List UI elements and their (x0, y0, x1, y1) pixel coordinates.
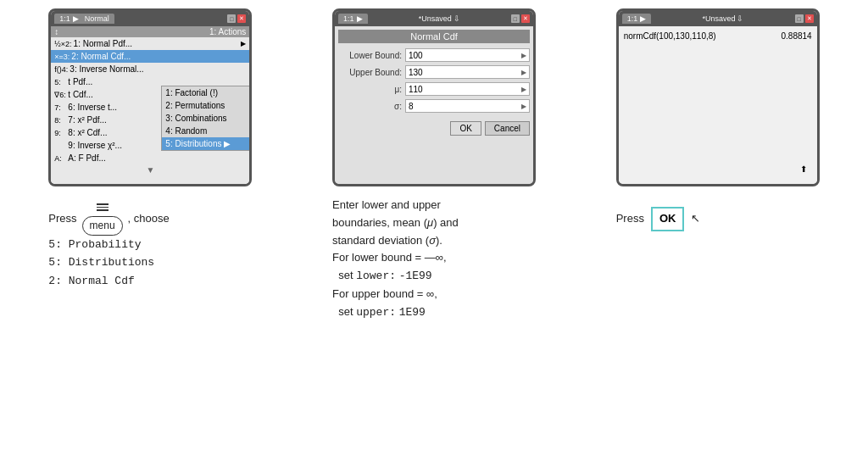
result-expression: normCdf(100,130,110,8) (624, 31, 716, 41)
screen3-header: 1:1 ▶ *Unsaved ⇩ □ ✕ (619, 11, 817, 26)
screen3-tab: 1:1 ▶ (622, 14, 652, 24)
step1-text: 5: Probability (48, 236, 252, 254)
instruction-panel-2: Enter lower and upper boundaries, mean (… (332, 197, 536, 322)
tab-arrow: ▶ (73, 14, 79, 23)
result-value: 0.88814 (782, 31, 812, 41)
screen1-title: Normal (85, 14, 109, 23)
tab3-arrow: ▶ (640, 14, 646, 23)
lines-icon (97, 203, 108, 211)
main-menu-list: ↕ 1: Actions ½×2: 1: Normal Pdf... ▶ ×=3… (51, 26, 249, 184)
instr2-line6: For upper bound = ∞, (332, 286, 536, 303)
tab3-label: 1:1 (627, 14, 638, 23)
lower-mono: lower: (356, 270, 396, 282)
panel-2: 1:1 ▶ *Unsaved ⇩ □ ✕ Normal Cdf Lower Bo… (292, 8, 576, 448)
minimize-btn[interactable]: □ (227, 14, 236, 23)
result-area: normCdf(100,130,110,8) 0.88814 ⬆ (619, 26, 817, 184)
lower-val: -1E99 (399, 270, 432, 282)
upper-val: 1E99 (399, 306, 426, 319)
tab2-label: 1:1 (343, 14, 354, 23)
cursor-icon: ↖ (691, 210, 700, 228)
menu-button[interactable]: menu (82, 216, 123, 236)
instr2-line3: standard deviation (σ). (332, 232, 536, 250)
panel-3: 1:1 ▶ *Unsaved ⇩ □ ✕ normCdf(100,130,110… (576, 8, 860, 448)
menu-item-1[interactable]: ½×2: 1: Normal Pdf... ▶ (51, 37, 249, 50)
instr2-line4: For lower bound = —∞, (332, 249, 536, 267)
menu-item-2-selected[interactable]: ×=3: 2: Normal Cdf... (51, 50, 249, 63)
dialog-buttons: OK Cancel (338, 121, 530, 136)
panel-1: 1:1 ▶ Normal □ ✕ ↕ 1: Actions ½×2: (8, 8, 292, 448)
step2-text: 5: Distributions (48, 253, 252, 272)
mu-label: μ: (338, 85, 402, 94)
upper-mono: upper: (356, 306, 396, 319)
minimize-btn3[interactable]: □ (795, 14, 804, 23)
screen1-body: ↕ 1: Actions ½×2: 1: Normal Pdf... ▶ ×=3… (51, 26, 249, 184)
calculator-screen-1: 1:1 ▶ Normal □ ✕ ↕ 1: Actions ½×2: (48, 8, 252, 186)
instr2-line7: set upper: 1E99 (332, 303, 536, 322)
instruction-panel-1: Press menu , choose 5: Probability (48, 197, 252, 291)
ok-box[interactable]: OK (651, 207, 685, 231)
calculator-screen-3: 1:1 ▶ *Unsaved ⇩ □ ✕ normCdf(100,130,110… (616, 8, 820, 186)
cursor: ⬆ (793, 158, 814, 181)
upper-bound-input[interactable]: 130 ▶ (405, 65, 530, 79)
menu-header-icon: ↕ (54, 27, 58, 36)
mu-row: μ: 110 ▶ (338, 82, 530, 96)
close-btn[interactable]: ✕ (237, 14, 246, 23)
close-btn2[interactable]: ✕ (521, 14, 530, 23)
instruction-panel-3: Press OK ↖ (616, 197, 820, 231)
calculator-screen-2: 1:1 ▶ *Unsaved ⇩ □ ✕ Normal Cdf Lower Bo… (332, 8, 536, 186)
step3-text: 2: Normal Cdf (48, 272, 252, 291)
submenu-item-5-selected[interactable]: 5: Distributions ▶ (162, 137, 249, 150)
dialog-title: Normal Cdf (338, 30, 530, 43)
instr2-line5: set lower: -1E99 (332, 267, 536, 286)
screen1-header: 1:1 ▶ Normal □ ✕ (51, 11, 249, 26)
screen3-unsaved: *Unsaved ⇩ (702, 14, 743, 23)
screen3-body: normCdf(100,130,110,8) 0.88814 ⬆ (619, 26, 817, 184)
instr2-line2: boundaries, mean (μ) and (332, 214, 536, 232)
screen3-win-controls: □ ✕ (795, 14, 814, 23)
screen2-body: Normal Cdf Lower Bound: 100 ▶ Upper Boun… (335, 26, 533, 184)
menu-item-3[interactable]: f()4: 3: Inverse Normal... (51, 63, 249, 75)
screen2-tab: 1:1 ▶ (338, 14, 368, 24)
tab-label: 1:1 (59, 14, 70, 23)
screen2-header: 1:1 ▶ *Unsaved ⇩ □ ✕ (335, 11, 533, 26)
sigma-symbol: σ (429, 234, 436, 247)
sigma-input[interactable]: 8 ▶ (405, 99, 530, 113)
submenu-item-3[interactable]: 3: Combinations (162, 112, 249, 125)
screen1-win-controls: □ ✕ (227, 14, 246, 23)
screen1-tab: 1:1 ▶ Normal (54, 14, 114, 24)
screen2-win-controls: □ ✕ (511, 14, 530, 23)
upper-bound-label: Upper Bound: (338, 68, 402, 77)
submenu-item-1[interactable]: 1: Factorial (!) (162, 86, 249, 99)
result-row: normCdf(100,130,110,8) 0.88814 (622, 30, 814, 42)
submenu-item-2[interactable]: 2: Permutations (162, 99, 249, 112)
submenu-item-4[interactable]: 4: Random (162, 125, 249, 137)
mu-input[interactable]: 110 ▶ (405, 82, 530, 96)
lower-bound-input[interactable]: 100 ▶ (405, 48, 530, 62)
ok-button-dialog[interactable]: OK (450, 121, 481, 136)
tab2-arrow: ▶ (357, 14, 363, 23)
instr2-line1: Enter lower and upper (332, 197, 536, 214)
submenu-distributions: 1: Factorial (!) 2: Permutations 3: Comb… (161, 86, 249, 151)
cancel-button-dialog[interactable]: Cancel (485, 121, 530, 136)
menu-icon-above (82, 203, 123, 214)
sigma-row: σ: 8 ▶ (338, 99, 530, 113)
normal-cdf-dialog: Normal Cdf Lower Bound: 100 ▶ Upper Boun… (335, 26, 533, 184)
mu-symbol: μ (427, 216, 433, 229)
menu-item-10[interactable]: A: A: F Pdf... (51, 152, 249, 164)
close-btn3[interactable]: ✕ (805, 14, 814, 23)
press-menu-row: Press menu , choose (48, 203, 252, 236)
minimize-btn2[interactable]: □ (511, 14, 520, 23)
menu-header: ↕ 1: Actions (51, 26, 249, 37)
lower-bound-row: Lower Bound: 100 ▶ (338, 48, 530, 62)
scroll-down[interactable]: ▼ (51, 164, 249, 175)
press-ok-row: Press OK ↖ (616, 207, 820, 231)
lower-bound-label: Lower Bound: (338, 51, 402, 60)
upper-bound-row: Upper Bound: 130 ▶ (338, 65, 530, 79)
sigma-label: σ: (338, 102, 402, 111)
screen2-unsaved: *Unsaved ⇩ (419, 14, 460, 23)
